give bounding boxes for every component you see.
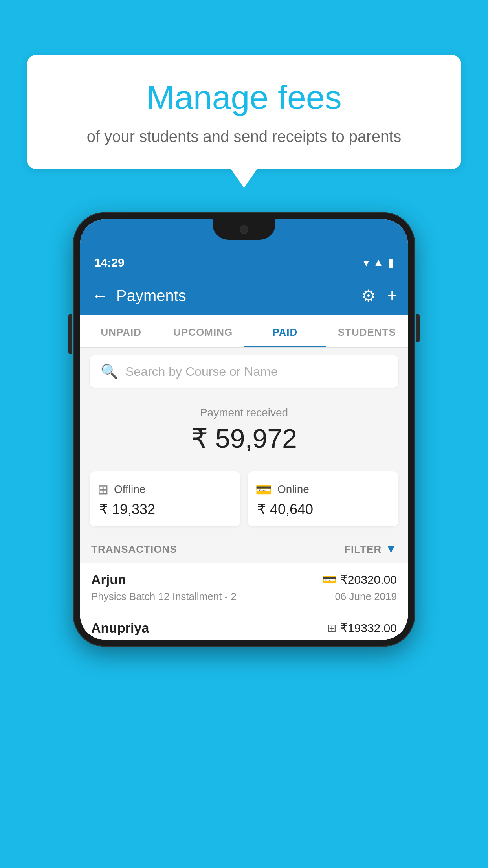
student-name: Arjun xyxy=(91,572,126,587)
transactions-header: TRANSACTIONS FILTER ▼ xyxy=(80,536,408,563)
amount-section: ⊞ ₹19332.00 xyxy=(327,621,397,635)
transaction-list: Arjun 💳 ₹20320.00 Physics Batch 12 Insta… xyxy=(80,563,408,640)
offline-label: Offline xyxy=(114,483,145,496)
add-icon[interactable]: + xyxy=(387,286,397,305)
transaction-row-top: Arjun 💳 ₹20320.00 xyxy=(91,572,397,587)
wifi-icon: ▾ xyxy=(363,256,369,269)
online-card: 💳 Online ₹ 40,640 xyxy=(248,471,398,526)
back-button[interactable]: ← xyxy=(91,287,108,304)
offline-amount: ₹ 19,332 xyxy=(97,501,233,518)
transaction-row-top: Anupriya ⊞ ₹19332.00 xyxy=(91,620,397,636)
phone-mockup: 14:29 ▾ ▲ ▮ ← Payments ⚙ + xyxy=(73,212,415,647)
online-label: Online xyxy=(277,483,309,496)
amount-section: 💳 ₹20320.00 xyxy=(323,573,397,587)
transactions-label: TRANSACTIONS xyxy=(91,543,177,555)
online-icon: 💳 xyxy=(255,482,272,497)
app-header: ← Payments ⚙ + xyxy=(80,276,408,315)
speech-bubble-section: Manage fees of your students and send re… xyxy=(27,55,461,169)
transaction-amount: ₹19332.00 xyxy=(340,621,397,635)
bubble-subtitle: of your students and send receipts to pa… xyxy=(46,125,442,147)
header-left: ← Payments xyxy=(91,287,186,305)
tabs-bar: UNPAID UPCOMING PAID STUDENTS xyxy=(80,315,408,348)
date-info: 06 June 2019 xyxy=(335,590,397,603)
settings-icon[interactable]: ⚙ xyxy=(361,286,376,305)
tab-unpaid[interactable]: UNPAID xyxy=(80,315,162,347)
payment-summary: Payment received ₹ 59,972 xyxy=(80,395,408,471)
search-input[interactable]: Search by Course or Name xyxy=(125,364,278,379)
online-amount: ₹ 40,640 xyxy=(255,501,391,518)
table-row[interactable]: Arjun 💳 ₹20320.00 Physics Batch 12 Insta… xyxy=(80,563,408,611)
filter-label: FILTER xyxy=(344,543,382,555)
search-bar[interactable]: 🔍 Search by Course or Name xyxy=(90,355,398,388)
status-time: 14:29 xyxy=(94,256,125,269)
phone-screen: 14:29 ▾ ▲ ▮ ← Payments ⚙ + xyxy=(80,219,408,640)
payment-received-label: Payment received xyxy=(90,406,398,419)
battery-icon: ▮ xyxy=(388,256,394,269)
online-payment-icon: 💳 xyxy=(323,573,336,586)
notch xyxy=(213,219,275,240)
signal-icon: ▲ xyxy=(373,256,384,269)
tab-students[interactable]: STUDENTS xyxy=(326,315,408,347)
header-right: ⚙ + xyxy=(361,286,397,305)
online-card-header: 💳 Online xyxy=(255,482,391,497)
tab-upcoming[interactable]: UPCOMING xyxy=(162,315,244,347)
payment-total-amount: ₹ 59,972 xyxy=(90,423,398,454)
search-icon: 🔍 xyxy=(101,363,118,380)
tab-paid[interactable]: PAID xyxy=(244,315,326,347)
offline-icon: ⊞ xyxy=(97,482,108,497)
transaction-row-bottom: Physics Batch 12 Installment - 2 06 June… xyxy=(91,590,397,603)
table-row[interactable]: Anupriya ⊞ ₹19332.00 xyxy=(80,611,408,640)
search-container: 🔍 Search by Course or Name xyxy=(80,348,408,395)
transaction-amount: ₹20320.00 xyxy=(340,573,397,587)
status-icons: ▾ ▲ ▮ xyxy=(363,256,394,269)
notch-area xyxy=(80,219,408,249)
student-name: Anupriya xyxy=(91,620,149,636)
phone-outer: 14:29 ▾ ▲ ▮ ← Payments ⚙ + xyxy=(73,212,415,647)
payment-cards: ⊞ Offline ₹ 19,332 💳 Online ₹ 40,640 xyxy=(80,471,408,536)
speech-bubble: Manage fees of your students and send re… xyxy=(27,55,461,169)
header-title: Payments xyxy=(116,287,186,305)
offline-payment-icon: ⊞ xyxy=(327,622,336,634)
bubble-title: Manage fees xyxy=(46,79,442,116)
filter-button[interactable]: FILTER ▼ xyxy=(344,543,397,555)
camera xyxy=(240,225,248,234)
status-bar: 14:29 ▾ ▲ ▮ xyxy=(80,249,408,276)
offline-card: ⊞ Offline ₹ 19,332 xyxy=(90,471,240,526)
course-info: Physics Batch 12 Installment - 2 xyxy=(91,590,237,603)
filter-icon: ▼ xyxy=(385,543,397,555)
offline-card-header: ⊞ Offline xyxy=(97,482,233,497)
